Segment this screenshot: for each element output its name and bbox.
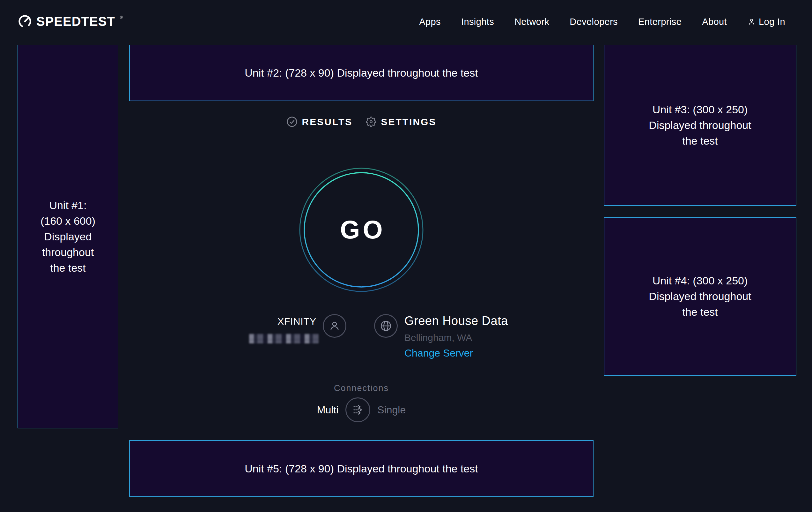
tab-settings[interactable]: SETTINGS: [366, 116, 436, 127]
login-label: Log In: [759, 17, 785, 27]
nav-item-apps[interactable]: Apps: [419, 17, 441, 27]
go-button[interactable]: GO: [299, 168, 424, 292]
server-badge: [374, 314, 398, 338]
tab-results[interactable]: RESULTS: [286, 116, 353, 127]
change-server-link[interactable]: Change Server: [404, 348, 508, 358]
isp-name: XFINITY: [223, 316, 316, 327]
go-label: GO: [299, 168, 424, 292]
server-location: Bellingham, WA: [404, 332, 508, 343]
ad-unit-5[interactable]: Unit #5: (728 x 90) Displayed throughout…: [129, 440, 593, 497]
nav-item-insights[interactable]: Insights: [461, 17, 494, 27]
connections-toggle-button[interactable]: [345, 397, 370, 422]
ad-unit-2[interactable]: Unit #2: (728 x 90) Displayed throughout…: [129, 45, 593, 101]
multi-connections-icon: [350, 403, 365, 417]
ad-unit-1[interactable]: Unit #1: (160 x 600) Displayed throughou…: [18, 45, 118, 428]
connections-multi-option[interactable]: Multi: [317, 404, 339, 416]
nav-item-about[interactable]: About: [702, 17, 727, 27]
server-name: Green House Data: [404, 315, 508, 327]
ad-unit-5-text: Unit #5: (728 x 90) Displayed throughout…: [244, 461, 478, 477]
ad-unit-2-text: Unit #2: (728 x 90) Displayed throughout…: [244, 65, 478, 81]
user-icon: [747, 18, 756, 26]
ad-unit-1-text: Unit #1: (160 x 600) Displayed throughou…: [40, 197, 95, 276]
connections-toggle-row: Multi Single: [129, 397, 593, 423]
go-button-area: GO: [299, 168, 424, 292]
globe-icon: [379, 319, 393, 332]
speedtest-page: SPEEDTEST ® Apps Insights Network Develo…: [0, 0, 812, 512]
isp-details-redacted: [249, 334, 319, 344]
main-nav: Apps Insights Network Developers Enterpr…: [419, 17, 785, 27]
connections-single-option[interactable]: Single: [377, 404, 406, 416]
trademark-mark: ®: [120, 15, 123, 20]
gauge-icon: [18, 14, 32, 29]
ad-unit-4[interactable]: Unit #4: (300 x 250) Displayed throughou…: [604, 217, 796, 376]
ad-unit-3[interactable]: Unit #3: (300 x 250) Displayed throughou…: [604, 45, 796, 206]
ad-unit-3-text: Unit #3: (300 x 250) Displayed throughou…: [649, 102, 751, 149]
ad-unit-4-text: Unit #4: (300 x 250) Displayed throughou…: [649, 273, 751, 320]
isp-badge: [323, 314, 346, 338]
nav-item-enterprise[interactable]: Enterprise: [638, 17, 682, 27]
login-button[interactable]: Log In: [747, 17, 785, 27]
speedtest-logo[interactable]: SPEEDTEST ®: [18, 14, 122, 29]
nav-item-network[interactable]: Network: [515, 17, 549, 27]
logo-wordmark: SPEEDTEST: [36, 15, 115, 28]
tab-bar: RESULTS SETTINGS: [129, 116, 593, 127]
tab-settings-label: SETTINGS: [381, 116, 436, 127]
connections-label: Connections: [129, 383, 593, 393]
user-icon: [328, 319, 341, 332]
check-circle-icon: [286, 116, 297, 127]
nav-item-developers[interactable]: Developers: [570, 17, 618, 27]
tab-results-label: RESULTS: [302, 116, 353, 127]
server-info: Green House Data Bellingham, WA Change S…: [404, 315, 508, 358]
gear-icon: [366, 116, 376, 127]
